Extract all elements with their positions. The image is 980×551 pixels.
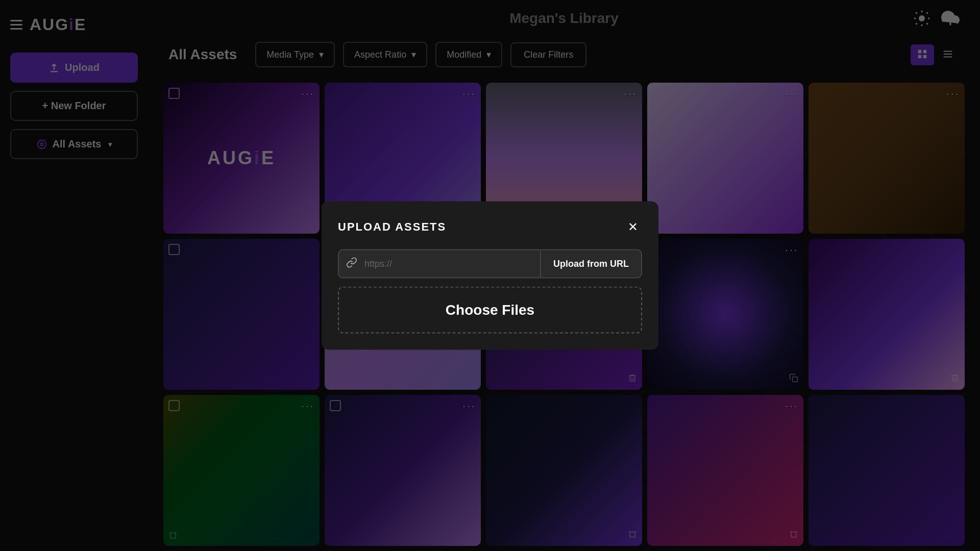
choose-files-label: Choose Files	[446, 302, 534, 318]
choose-files-button[interactable]: Choose Files	[338, 287, 642, 334]
url-input-row: Upload from URL	[338, 249, 642, 279]
modal-close-button[interactable]: ✕	[624, 218, 642, 236]
url-input[interactable]	[364, 251, 540, 278]
upload-modal: UPLOAD ASSETS ✕ Upload from URL Choose F…	[322, 202, 658, 350]
modal-header: UPLOAD ASSETS ✕	[338, 218, 642, 236]
modal-title: UPLOAD ASSETS	[338, 220, 446, 234]
upload-from-url-label: Upload from URL	[553, 259, 629, 269]
link-icon	[339, 257, 364, 271]
upload-from-url-button[interactable]: Upload from URL	[540, 251, 641, 278]
